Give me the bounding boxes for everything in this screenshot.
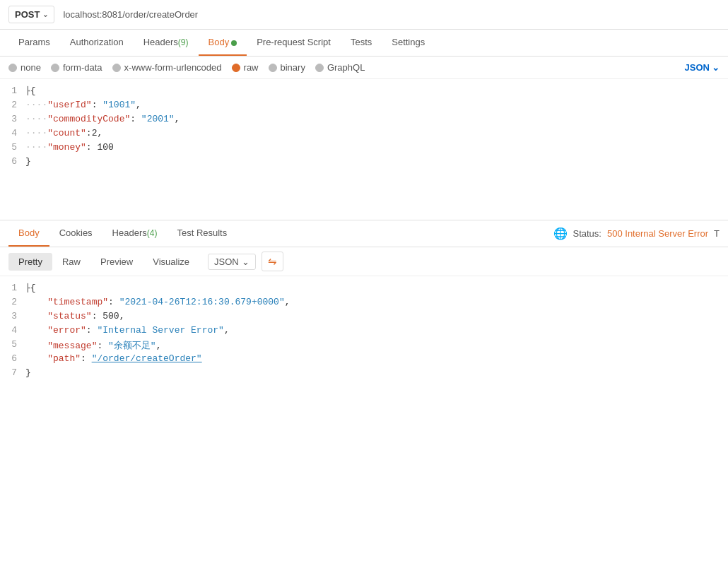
- resp-line-7: 7 }: [0, 367, 728, 381]
- resp-headers-label: Headers: [112, 228, 147, 238]
- resp-line-content-2: "timestamp": "2021-04-26T12:16:30.679+00…: [25, 297, 290, 307]
- response-format-label: JSON: [214, 256, 239, 267]
- response-tab-headers[interactable]: Headers(4): [102, 220, 168, 247]
- request-line-6: 6 }: [0, 155, 728, 170]
- response-tab-body[interactable]: Body: [8, 220, 49, 247]
- tab-params[interactable]: Params: [8, 30, 60, 56]
- radio-none: [8, 64, 17, 72]
- resp-line-num-5: 5: [0, 339, 25, 350]
- json-format-selector[interactable]: JSON ⌄: [685, 62, 720, 73]
- body-type-urlencoded-label: x-www-form-urlencoded: [124, 62, 222, 73]
- resp-line-num-4: 4: [0, 325, 25, 336]
- line-content-4: ····"count":2,: [25, 128, 102, 138]
- radio-urlencoded: [112, 64, 121, 72]
- body-type-graphql-label: GraphQL: [327, 62, 365, 73]
- resp-line-content-3: "status": 500,: [25, 311, 124, 321]
- view-tab-bar: Pretty Raw Preview Visualize JSON ⌄ ⇋: [0, 247, 728, 276]
- request-line-5: 5 ····"money": 100: [0, 141, 728, 155]
- line-content-5: ····"money": 100: [25, 142, 114, 153]
- tab-headers[interactable]: Headers(9): [134, 30, 199, 56]
- radio-binary: [269, 64, 277, 72]
- response-code-editor: 1 ┣{ 2 "timestamp": "2021-04-26T12:16:30…: [0, 276, 728, 386]
- status-value: 500 Internal Server Error: [607, 228, 708, 239]
- body-type-urlencoded[interactable]: x-www-form-urlencoded: [112, 62, 222, 73]
- resp-line-num-7: 7: [0, 367, 25, 378]
- view-tab-raw[interactable]: Raw: [52, 253, 90, 271]
- status-label: Status:: [573, 228, 601, 239]
- resp-line-5: 5 "message": "余额不足",: [0, 338, 728, 353]
- body-type-raw[interactable]: raw: [232, 62, 259, 73]
- wrap-button[interactable]: ⇋: [262, 252, 283, 271]
- request-code-editor[interactable]: 1 ┣{ 2 ····"userId": "1001", 3 ····"comm…: [0, 79, 728, 220]
- response-status-area: 🌐 Status: 500 Internal Server Error T: [553, 227, 720, 240]
- body-type-binary-label: binary: [281, 62, 305, 73]
- headers-label: Headers: [143, 37, 178, 47]
- view-tab-preview[interactable]: Preview: [90, 253, 143, 271]
- resp-line-num-1: 1: [0, 283, 25, 293]
- json-format-label: JSON: [685, 62, 710, 73]
- time-label: T: [714, 228, 720, 239]
- body-type-none[interactable]: none: [8, 62, 41, 73]
- resp-line-num-3: 3: [0, 311, 25, 321]
- json-chevron-icon: ⌄: [712, 62, 720, 73]
- view-tab-visualize[interactable]: Visualize: [143, 253, 199, 271]
- resp-line-6: 6 "path": "/order/createOrder": [0, 353, 728, 367]
- chevron-down-icon: ⌄: [42, 11, 48, 18]
- view-tab-pretty[interactable]: Pretty: [8, 253, 52, 271]
- request-line-2: 2 ····"userId": "1001",: [0, 99, 728, 113]
- response-format-chevron: ⌄: [242, 256, 249, 267]
- resp-line-2: 2 "timestamp": "2021-04-26T12:16:30.679+…: [0, 296, 728, 310]
- body-label: Body: [209, 37, 230, 47]
- line-num-6: 6: [0, 156, 25, 167]
- response-tab-test-results[interactable]: Test Results: [167, 220, 237, 247]
- body-type-graphql[interactable]: GraphQL: [315, 62, 365, 73]
- request-line-4: 4 ····"count":2,: [0, 127, 728, 141]
- line-num-5: 5: [0, 142, 25, 153]
- resp-line-content-7: }: [25, 367, 31, 378]
- tab-authorization[interactable]: Authorization: [60, 30, 134, 56]
- resp-line-3: 3 "status": 500,: [0, 310, 728, 324]
- response-tab-cookies[interactable]: Cookies: [49, 220, 102, 247]
- resp-line-1: 1 ┣{: [0, 282, 728, 296]
- request-line-1: 1 ┣{: [0, 85, 728, 99]
- resp-line-content-1: ┣{: [25, 283, 35, 293]
- resp-line-content-6: "path": "/order/createOrder": [25, 353, 202, 364]
- radio-raw: [232, 64, 240, 72]
- line-content-3: ····"commodityCode": "2001",: [25, 114, 180, 124]
- line-content-1: ┣{: [25, 85, 35, 96]
- headers-badge: (9): [178, 37, 189, 47]
- line-num-3: 3: [0, 114, 25, 124]
- url-input[interactable]: [60, 6, 720, 23]
- url-bar: POST ⌄: [0, 0, 728, 30]
- tab-settings[interactable]: Settings: [382, 30, 435, 56]
- resp-headers-badge: (4): [147, 228, 158, 238]
- body-type-raw-label: raw: [244, 62, 259, 73]
- resp-line-num-2: 2: [0, 297, 25, 307]
- resp-line-content-4: "error": "Internal Server Error",: [25, 325, 230, 336]
- radio-graphql: [315, 64, 324, 72]
- tab-tests[interactable]: Tests: [341, 30, 382, 56]
- body-type-binary[interactable]: binary: [269, 62, 305, 73]
- body-type-bar: none form-data x-www-form-urlencoded raw…: [0, 57, 728, 79]
- tab-body[interactable]: Body: [199, 30, 247, 56]
- path-link[interactable]: "/order/createOrder": [92, 353, 202, 364]
- resp-line-num-6: 6: [0, 353, 25, 364]
- request-tab-nav: Params Authorization Headers(9) Body Pre…: [0, 30, 728, 57]
- request-line-3: 3 ····"commodityCode": "2001",: [0, 113, 728, 127]
- globe-icon: 🌐: [553, 227, 568, 240]
- method-label: POST: [15, 9, 40, 20]
- tab-pre-request[interactable]: Pre-request Script: [247, 30, 341, 56]
- body-type-none-label: none: [20, 62, 41, 73]
- response-format-selector[interactable]: JSON ⌄: [208, 254, 256, 270]
- line-num-2: 2: [0, 100, 25, 110]
- line-num-4: 4: [0, 128, 25, 138]
- line-content-6: }: [25, 156, 31, 167]
- resp-line-content-5: "message": "余额不足",: [25, 339, 161, 352]
- method-selector[interactable]: POST ⌄: [8, 6, 54, 23]
- radio-form-data: [51, 64, 59, 72]
- resp-line-4: 4 "error": "Internal Server Error",: [0, 324, 728, 338]
- response-tab-nav: Body Cookies Headers(4) Test Results 🌐 S…: [0, 220, 728, 247]
- body-dot: [231, 40, 237, 46]
- body-type-form-data[interactable]: form-data: [51, 62, 102, 73]
- body-type-form-data-label: form-data: [63, 62, 102, 73]
